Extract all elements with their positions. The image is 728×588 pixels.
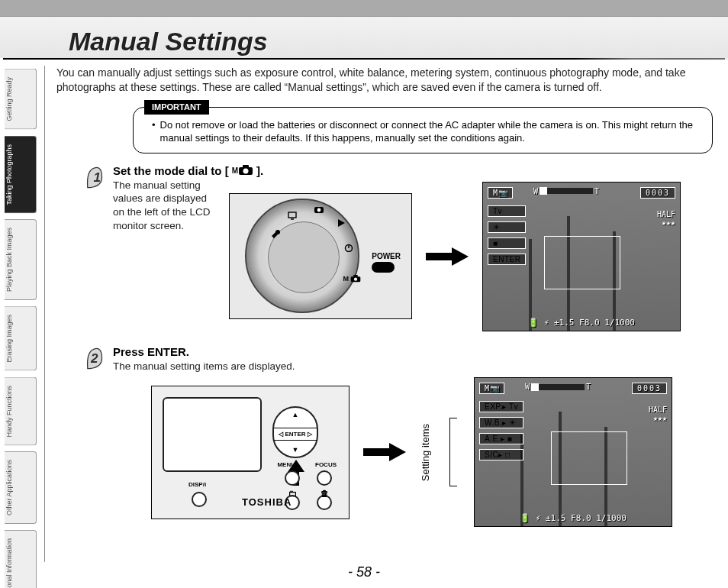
osd-counter: 0003 xyxy=(632,383,667,396)
section-tabs: Getting Ready Taking Photographs Playing… xyxy=(5,69,37,588)
enter-button: ▲ ◁ ENTER ▷ ▼ xyxy=(272,406,318,458)
svg-rect-12 xyxy=(288,212,296,218)
svg-point-3 xyxy=(243,169,249,174)
setting-items-bracket xyxy=(449,418,457,486)
step-2: 2 Press ENTER. The manual setting items … xyxy=(82,345,716,528)
tab-taking-photographs[interactable]: Taking Photographs xyxy=(5,136,37,214)
left-rule xyxy=(44,66,45,562)
camera-back-figure: ▲ ◁ ENTER ▷ ▼ MENU FOCUS DISP/i 🗀 xyxy=(151,386,350,519)
osd-item-exp: EXP.▸ Tv xyxy=(479,401,523,412)
osd-zoom-bar: W T xyxy=(525,383,591,391)
osd-af-frame xyxy=(551,431,627,485)
osd-mode-badge: M📷 xyxy=(479,383,504,394)
step-2-heading: Press ENTER. xyxy=(113,345,716,358)
focus-button xyxy=(317,470,332,486)
tab-other-applications[interactable]: Other Applications xyxy=(5,451,37,524)
step-1-heading-pre: Set the mode dial to [ xyxy=(113,164,229,177)
osd-right-stack: HALF ★★★ xyxy=(657,210,675,227)
down-triangle-icon: ▼ xyxy=(274,446,317,454)
important-label: IMPORTANT xyxy=(144,100,209,115)
osd-bottom-bar: 🔋 ⚡ ±1.5 F8.0 1/1000 xyxy=(483,318,680,328)
osd-item-meter: ■ xyxy=(488,237,526,249)
step-1-heading-post: ]. xyxy=(256,164,263,177)
content-area: You can manually adjust settings such as… xyxy=(49,66,716,541)
manual-camera-mode-icon: M xyxy=(232,165,253,176)
svg-rect-5 xyxy=(353,275,358,277)
page-number: - 58 - xyxy=(0,564,728,580)
osd-left-stack: Tv ☀ ■ ENTER xyxy=(488,205,526,267)
window-top-bar xyxy=(0,0,728,17)
osd-item-ae: A.E.▸ ■ xyxy=(479,433,523,444)
brand-label: TOSHIBA xyxy=(242,496,292,508)
enter-label: ◁ ENTER ▷ xyxy=(274,428,317,441)
up-triangle-icon: ▲ xyxy=(274,411,317,418)
osd-counter: 0003 xyxy=(640,187,675,201)
mode-dial-figure: M POWER xyxy=(229,193,412,319)
step-1-heading: Set the mode dial to [ M ]. xyxy=(113,164,716,177)
menu-label: MENU xyxy=(277,461,295,468)
arrow-right-icon xyxy=(426,247,469,266)
step-1-number-icon: 1 xyxy=(82,164,113,331)
dial-setup-wrench-icon xyxy=(269,228,280,238)
dial-pc-icon xyxy=(288,211,297,220)
dial-manual-mark: M xyxy=(343,275,362,283)
setting-items-label: Setting items xyxy=(420,424,431,481)
bullet-icon: • xyxy=(152,118,156,145)
dial-timer-icon xyxy=(344,243,353,252)
step-1-desc: The manual setting values are displayed … xyxy=(113,179,220,232)
focus-label: FOCUS xyxy=(315,461,337,468)
svg-text:2: 2 xyxy=(90,351,98,366)
trash-icon: 🗑 xyxy=(321,489,329,498)
important-text: Do not remove or load the batteries or d… xyxy=(160,118,701,145)
lcd-preview-figure-1: M📷 W T 0003 Tv ☀ ■ xyxy=(482,182,681,331)
dial-play-icon xyxy=(337,218,346,228)
tab-playing-back-images[interactable]: Playing Back Images xyxy=(5,219,37,300)
camera-back-screen xyxy=(163,397,262,472)
osd-left-setting-stack: EXP.▸ Tv W.B.▸ ☀ A.E.▸ ■ S/C▸ □ xyxy=(479,401,523,463)
power-switch: POWER xyxy=(372,252,401,273)
step-2-desc: The manual setting items are displayed. xyxy=(113,360,716,373)
step-1: 1 Set the mode dial to [ M ]. The manual… xyxy=(82,164,716,331)
svg-point-8 xyxy=(317,208,321,212)
osd-item-sun: ☀ xyxy=(488,221,526,233)
osd-right-stack: HALF ★★★ xyxy=(649,405,667,422)
svg-text:1: 1 xyxy=(93,170,100,185)
tab-handy-functions[interactable]: Handy Functions xyxy=(5,377,37,446)
osd-af-frame xyxy=(544,236,620,289)
osd-mode-badge: M📷 xyxy=(488,187,513,199)
osd-zoom-bar: W T xyxy=(533,187,599,195)
osd-item-enter: ENTER xyxy=(488,254,526,265)
disp-label: DISP/i xyxy=(188,481,206,488)
svg-point-6 xyxy=(354,278,357,281)
osd-bottom-bar: 🔋 ⚡ ±1.5 F8.0 1/1000 xyxy=(475,513,672,523)
svg-rect-2 xyxy=(243,165,249,168)
page-title: Manual Settings xyxy=(69,27,268,58)
svg-marker-9 xyxy=(338,219,345,227)
disp-button xyxy=(192,492,207,507)
intro-paragraph: You can manually adjust settings such as… xyxy=(56,66,716,95)
arrow-right-icon xyxy=(363,443,406,461)
dial-auto-camera-icon xyxy=(314,205,324,214)
important-box: IMPORTANT • Do not remove or load the ba… xyxy=(133,107,713,153)
menu-button xyxy=(285,470,300,486)
title-band: Manual Settings xyxy=(0,17,728,58)
tab-erasing-images[interactable]: Erasing Images xyxy=(5,306,37,371)
lcd-preview-figure-2: M📷 W T 0003 EXP.▸ Tv W.B.▸ ☀ A.E.▸ ■ xyxy=(474,377,672,527)
osd-item-wb: W.B.▸ ☀ xyxy=(479,417,523,428)
step-2-number-icon: 2 xyxy=(82,345,113,528)
osd-item-sc: S/C▸ □ xyxy=(479,449,523,460)
osd-item-tv: Tv xyxy=(488,205,526,217)
tab-getting-ready[interactable]: Getting Ready xyxy=(5,69,37,130)
